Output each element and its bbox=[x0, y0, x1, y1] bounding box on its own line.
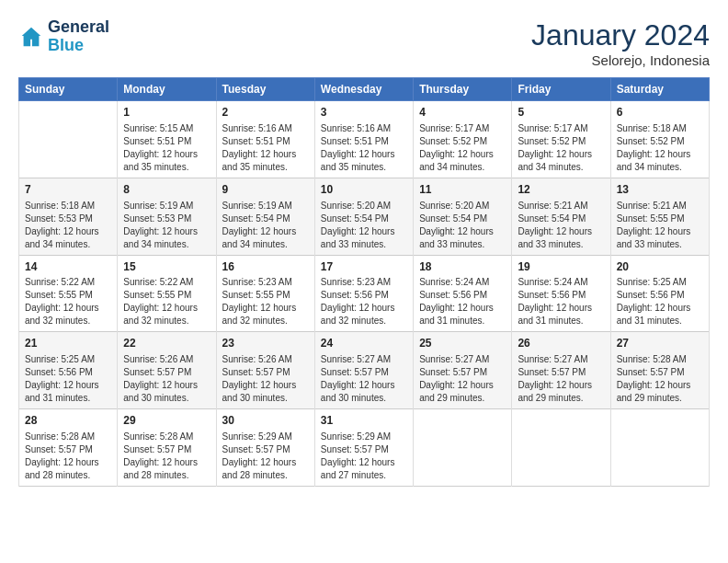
day-number: 25 bbox=[419, 336, 506, 351]
day-cell bbox=[610, 409, 709, 487]
day-cell: 30Sunrise: 5:29 AM Sunset: 5:57 PM Dayli… bbox=[216, 409, 314, 487]
month-title: January 2024 bbox=[531, 18, 710, 52]
day-number: 5 bbox=[518, 105, 604, 121]
day-cell: 3Sunrise: 5:16 AM Sunset: 5:51 PM Daylig… bbox=[314, 101, 413, 178]
day-cell: 29Sunrise: 5:28 AM Sunset: 5:57 PM Dayli… bbox=[118, 409, 216, 487]
day-cell: 7Sunrise: 5:18 AM Sunset: 5:53 PM Daylig… bbox=[19, 178, 118, 255]
day-info: Sunrise: 5:16 AM Sunset: 5:51 PM Dayligh… bbox=[222, 122, 309, 174]
day-cell bbox=[414, 409, 512, 487]
day-info: Sunrise: 5:27 AM Sunset: 5:57 PM Dayligh… bbox=[419, 353, 506, 405]
week-row-2: 7Sunrise: 5:18 AM Sunset: 5:53 PM Daylig… bbox=[19, 178, 710, 255]
day-number: 8 bbox=[123, 182, 210, 198]
day-number: 1 bbox=[123, 105, 210, 121]
day-cell: 2Sunrise: 5:16 AM Sunset: 5:51 PM Daylig… bbox=[216, 101, 314, 178]
day-info: Sunrise: 5:19 AM Sunset: 5:54 PM Dayligh… bbox=[222, 200, 309, 251]
day-number: 30 bbox=[222, 413, 309, 429]
day-cell: 8Sunrise: 5:19 AM Sunset: 5:53 PM Daylig… bbox=[118, 178, 216, 255]
day-info: Sunrise: 5:28 AM Sunset: 5:57 PM Dayligh… bbox=[25, 431, 111, 482]
week-row-1: 1Sunrise: 5:15 AM Sunset: 5:51 PM Daylig… bbox=[19, 101, 710, 178]
day-cell: 27Sunrise: 5:28 AM Sunset: 5:57 PM Dayli… bbox=[610, 332, 709, 409]
location: Selorejo, Indonesia bbox=[531, 52, 710, 68]
day-cell: 4Sunrise: 5:17 AM Sunset: 5:52 PM Daylig… bbox=[414, 101, 512, 178]
day-number: 10 bbox=[321, 182, 407, 198]
day-info: Sunrise: 5:18 AM Sunset: 5:52 PM Dayligh… bbox=[617, 122, 703, 174]
day-info: Sunrise: 5:27 AM Sunset: 5:57 PM Dayligh… bbox=[321, 353, 407, 405]
col-header-tuesday: Tuesday bbox=[216, 78, 314, 101]
day-info: Sunrise: 5:25 AM Sunset: 5:56 PM Dayligh… bbox=[25, 353, 111, 405]
week-row-5: 28Sunrise: 5:28 AM Sunset: 5:57 PM Dayli… bbox=[19, 409, 710, 487]
day-number: 19 bbox=[518, 259, 604, 275]
day-info: Sunrise: 5:25 AM Sunset: 5:56 PM Dayligh… bbox=[617, 276, 703, 327]
week-row-4: 21Sunrise: 5:25 AM Sunset: 5:56 PM Dayli… bbox=[19, 332, 710, 409]
day-info: Sunrise: 5:29 AM Sunset: 5:57 PM Dayligh… bbox=[222, 431, 309, 482]
day-cell: 24Sunrise: 5:27 AM Sunset: 5:57 PM Dayli… bbox=[314, 332, 413, 409]
day-number: 26 bbox=[518, 336, 604, 351]
day-cell: 21Sunrise: 5:25 AM Sunset: 5:56 PM Dayli… bbox=[19, 332, 118, 409]
day-cell: 13Sunrise: 5:21 AM Sunset: 5:55 PM Dayli… bbox=[610, 178, 709, 255]
day-info: Sunrise: 5:18 AM Sunset: 5:53 PM Dayligh… bbox=[25, 200, 111, 251]
day-info: Sunrise: 5:22 AM Sunset: 5:55 PM Dayligh… bbox=[123, 276, 210, 327]
calendar-table: SundayMondayTuesdayWednesdayThursdayFrid… bbox=[18, 77, 710, 487]
day-number: 18 bbox=[419, 259, 506, 275]
day-info: Sunrise: 5:28 AM Sunset: 5:57 PM Dayligh… bbox=[617, 353, 703, 405]
logo-text: General Blue bbox=[48, 18, 109, 55]
page-header: General Blue January 2024 Selorejo, Indo… bbox=[18, 18, 710, 68]
day-info: Sunrise: 5:19 AM Sunset: 5:53 PM Dayligh… bbox=[123, 200, 210, 251]
day-info: Sunrise: 5:26 AM Sunset: 5:57 PM Dayligh… bbox=[222, 353, 309, 405]
day-cell: 19Sunrise: 5:24 AM Sunset: 5:56 PM Dayli… bbox=[512, 255, 610, 332]
day-number: 2 bbox=[222, 105, 309, 121]
day-info: Sunrise: 5:29 AM Sunset: 5:57 PM Dayligh… bbox=[321, 431, 407, 482]
day-cell: 26Sunrise: 5:27 AM Sunset: 5:57 PM Dayli… bbox=[512, 332, 610, 409]
day-cell: 17Sunrise: 5:23 AM Sunset: 5:56 PM Dayli… bbox=[314, 255, 413, 332]
day-number: 15 bbox=[123, 259, 210, 275]
col-header-wednesday: Wednesday bbox=[314, 78, 413, 101]
col-header-saturday: Saturday bbox=[610, 78, 709, 101]
day-info: Sunrise: 5:22 AM Sunset: 5:55 PM Dayligh… bbox=[25, 276, 111, 327]
day-info: Sunrise: 5:21 AM Sunset: 5:55 PM Dayligh… bbox=[617, 200, 703, 251]
day-info: Sunrise: 5:20 AM Sunset: 5:54 PM Dayligh… bbox=[321, 200, 407, 251]
day-cell: 10Sunrise: 5:20 AM Sunset: 5:54 PM Dayli… bbox=[314, 178, 413, 255]
day-number: 27 bbox=[617, 336, 703, 351]
day-info: Sunrise: 5:17 AM Sunset: 5:52 PM Dayligh… bbox=[518, 122, 604, 174]
day-cell: 1Sunrise: 5:15 AM Sunset: 5:51 PM Daylig… bbox=[118, 101, 216, 178]
day-info: Sunrise: 5:16 AM Sunset: 5:51 PM Dayligh… bbox=[321, 122, 407, 174]
day-cell: 25Sunrise: 5:27 AM Sunset: 5:57 PM Dayli… bbox=[414, 332, 512, 409]
col-header-monday: Monday bbox=[118, 78, 216, 101]
day-number: 4 bbox=[419, 105, 506, 121]
day-cell bbox=[19, 101, 118, 178]
day-number: 31 bbox=[321, 413, 407, 429]
day-cell: 22Sunrise: 5:26 AM Sunset: 5:57 PM Dayli… bbox=[118, 332, 216, 409]
day-number: 20 bbox=[617, 259, 703, 275]
day-number: 16 bbox=[222, 259, 309, 275]
day-cell: 23Sunrise: 5:26 AM Sunset: 5:57 PM Dayli… bbox=[216, 332, 314, 409]
day-number: 6 bbox=[617, 105, 703, 121]
day-info: Sunrise: 5:15 AM Sunset: 5:51 PM Dayligh… bbox=[123, 122, 210, 174]
day-number: 13 bbox=[617, 182, 703, 198]
day-cell: 5Sunrise: 5:17 AM Sunset: 5:52 PM Daylig… bbox=[512, 101, 610, 178]
day-number: 28 bbox=[25, 413, 111, 429]
day-cell: 28Sunrise: 5:28 AM Sunset: 5:57 PM Dayli… bbox=[19, 409, 118, 487]
day-info: Sunrise: 5:20 AM Sunset: 5:54 PM Dayligh… bbox=[419, 200, 506, 251]
day-info: Sunrise: 5:17 AM Sunset: 5:52 PM Dayligh… bbox=[419, 122, 506, 174]
day-info: Sunrise: 5:28 AM Sunset: 5:57 PM Dayligh… bbox=[123, 431, 210, 482]
day-cell: 11Sunrise: 5:20 AM Sunset: 5:54 PM Dayli… bbox=[414, 178, 512, 255]
col-header-sunday: Sunday bbox=[19, 78, 118, 101]
day-cell: 14Sunrise: 5:22 AM Sunset: 5:55 PM Dayli… bbox=[19, 255, 118, 332]
day-number: 24 bbox=[321, 336, 407, 351]
day-number: 3 bbox=[321, 105, 407, 121]
col-header-friday: Friday bbox=[512, 78, 610, 101]
title-block: January 2024 Selorejo, Indonesia bbox=[531, 18, 710, 68]
day-cell: 15Sunrise: 5:22 AM Sunset: 5:55 PM Dayli… bbox=[118, 255, 216, 332]
day-number: 12 bbox=[518, 182, 604, 198]
logo: General Blue bbox=[18, 18, 109, 55]
col-header-thursday: Thursday bbox=[414, 78, 512, 101]
day-number: 17 bbox=[321, 259, 407, 275]
day-info: Sunrise: 5:24 AM Sunset: 5:56 PM Dayligh… bbox=[518, 276, 604, 327]
header-row: SundayMondayTuesdayWednesdayThursdayFrid… bbox=[19, 78, 710, 101]
day-cell: 6Sunrise: 5:18 AM Sunset: 5:52 PM Daylig… bbox=[610, 101, 709, 178]
day-number: 9 bbox=[222, 182, 309, 198]
day-info: Sunrise: 5:26 AM Sunset: 5:57 PM Dayligh… bbox=[123, 353, 210, 405]
day-cell: 16Sunrise: 5:23 AM Sunset: 5:55 PM Dayli… bbox=[216, 255, 314, 332]
day-number: 14 bbox=[25, 259, 111, 275]
day-info: Sunrise: 5:21 AM Sunset: 5:54 PM Dayligh… bbox=[518, 200, 604, 251]
